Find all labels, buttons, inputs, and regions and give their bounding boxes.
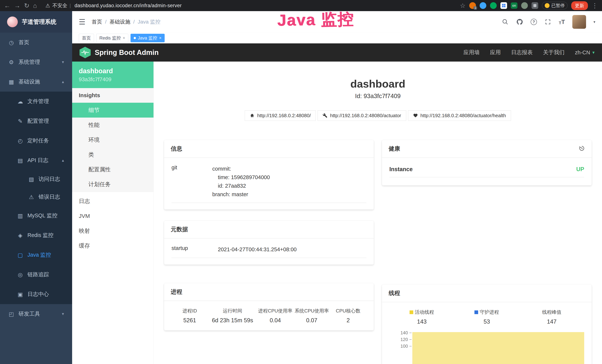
sba-logo-icon[interactable] bbox=[80, 47, 91, 58]
sidebar-item-redis-monitor[interactable]: ◈ Redis 监控 bbox=[0, 225, 72, 245]
threads-chart: 140 120 100 bbox=[389, 330, 584, 364]
sba-menu-metrics[interactable]: 性能 bbox=[72, 118, 153, 132]
sba-nav-applications[interactable]: 应用 bbox=[490, 49, 501, 56]
instance-id: 93a3fc7f7409 bbox=[79, 76, 147, 83]
mysql-icon: ▥ bbox=[17, 213, 24, 219]
sidebar-item-system[interactable]: ⚙ 系统管理 ▾ bbox=[0, 52, 72, 72]
sidebar-item-label: 链路追踪 bbox=[27, 271, 49, 278]
service-url-button[interactable]: http://192.168.0.2:48080/ bbox=[245, 110, 316, 121]
sidebar-item-label: MySQL 监控 bbox=[27, 212, 57, 219]
extension-icon-2[interactable] bbox=[480, 2, 486, 9]
page-subtitle: Id: 93a3fc7f7409 bbox=[154, 93, 602, 100]
daemon-threads-header: 守护进程 bbox=[480, 309, 499, 315]
grid-glyph bbox=[502, 3, 506, 8]
extension-icon-1[interactable]: 1 bbox=[469, 2, 476, 9]
extension-grid-icon[interactable] bbox=[500, 2, 507, 9]
sidebar-item-tracing[interactable]: ◎ 链路追踪 bbox=[0, 265, 72, 284]
fullscreen-icon[interactable] bbox=[544, 18, 551, 25]
redis-icon: ◈ bbox=[17, 232, 24, 239]
sba-menu-logs[interactable]: 日志 bbox=[72, 194, 153, 209]
dev-tools-icon: ◰ bbox=[8, 311, 15, 317]
tab-label: Redis 监控 bbox=[99, 35, 121, 41]
extensions-puzzle-icon[interactable] bbox=[532, 2, 538, 9]
actuator-url-button[interactable]: http://192.168.0.2:48080/actuator bbox=[318, 110, 406, 121]
sidebar-item-api-logs[interactable]: ▤ API 日志 ▴ bbox=[0, 150, 72, 170]
profile-avatar-icon bbox=[545, 3, 549, 8]
health-instance-row[interactable]: Instance UP bbox=[389, 166, 584, 177]
sidebar-item-label: Java 监控 bbox=[27, 251, 51, 259]
sba-menu-details[interactable]: 细节 bbox=[72, 103, 153, 118]
address-bar-url[interactable]: dashboard.yudao.iocoder.cn/infra/admin-s… bbox=[75, 3, 182, 9]
sba-menu-config-props[interactable]: 配置属性 bbox=[72, 162, 153, 177]
system-cpu-header: 系统CPU使用率 bbox=[293, 308, 330, 314]
daemon-threads-value: 53 bbox=[454, 318, 519, 325]
site-security-warning[interactable]: ⚠ 不安全 | bbox=[45, 2, 71, 9]
tab-home[interactable]: 首页 bbox=[79, 34, 94, 42]
extension-icon-3[interactable] bbox=[490, 2, 497, 9]
browser-home-icon[interactable]: ⌂ bbox=[33, 2, 37, 9]
sba-menu-jvm[interactable]: JVM bbox=[72, 209, 153, 224]
search-icon[interactable] bbox=[502, 18, 509, 25]
bookmark-star-icon[interactable]: ☆ bbox=[460, 2, 465, 9]
sba-menu-classes[interactable]: 类 bbox=[72, 147, 153, 162]
active-threads-value: 143 bbox=[389, 318, 454, 325]
sba-menu-caches[interactable]: 缓存 bbox=[72, 238, 153, 253]
history-icon[interactable] bbox=[579, 145, 585, 152]
avatar-caret-icon[interactable]: ▾ bbox=[593, 20, 595, 24]
app-logo[interactable]: 芋道管理系统 bbox=[0, 11, 72, 33]
threads-card-title: 线程 bbox=[389, 289, 400, 297]
sidebar-item-error-logs[interactable]: ⚠ 错误日志 bbox=[0, 188, 72, 206]
font-size-icon[interactable]: TT bbox=[559, 19, 565, 25]
sidebar-item-infrastructure[interactable]: ▦ 基础设施 ▴ bbox=[0, 72, 72, 92]
process-card: 进程 进程ID 5261 运行时间 bbox=[164, 283, 374, 331]
browser-update-button[interactable]: 更新 bbox=[571, 1, 588, 10]
profile-paused-badge[interactable]: 已暂停 bbox=[542, 2, 568, 9]
sba-language-select[interactable]: zh-CN ▾ bbox=[575, 50, 595, 56]
error-log-icon: ⚠ bbox=[28, 194, 35, 200]
browser-reload-icon[interactable]: ↻ bbox=[24, 2, 30, 9]
sba-nav-about[interactable]: 关于我们 bbox=[543, 49, 565, 56]
hamburger-icon[interactable]: ☰ bbox=[79, 18, 86, 26]
sba-brand-title[interactable]: Spring Boot Admin bbox=[95, 49, 159, 57]
help-icon[interactable]: ? bbox=[531, 19, 537, 25]
github-icon[interactable] bbox=[516, 18, 523, 25]
sba-nav-wallboard[interactable]: 应用墙 bbox=[463, 49, 480, 56]
breadcrumb-infrastructure[interactable]: 基础设施 bbox=[109, 18, 130, 25]
sidebar-item-access-logs[interactable]: ▧ 访问日志 bbox=[0, 170, 72, 188]
sidebar-item-mysql-monitor[interactable]: ▥ MySQL 监控 bbox=[0, 206, 72, 225]
extension-on-toggle[interactable]: on bbox=[511, 2, 517, 9]
sba-menu-environment[interactable]: 环境 bbox=[72, 132, 153, 147]
process-card-title: 进程 bbox=[171, 288, 182, 296]
sidebar-item-config-management[interactable]: ✎ 配置管理 bbox=[0, 111, 72, 131]
sba-nav-journal[interactable]: 日志报表 bbox=[511, 49, 533, 56]
sba-navbar: Spring Boot Admin 应用墙 应用 日志报表 关于我们 zh-CN… bbox=[72, 43, 602, 62]
ytick-100: 100 bbox=[400, 344, 412, 349]
tab-redis-monitor[interactable]: Redis 监控 × bbox=[96, 34, 128, 42]
browser-back-icon[interactable]: ← bbox=[4, 2, 10, 9]
sba-menu-mappings[interactable]: 映射 bbox=[72, 224, 153, 238]
sidebar-item-home[interactable]: ◷ 首页 bbox=[0, 33, 72, 52]
close-icon[interactable]: × bbox=[123, 36, 125, 40]
tab-java-monitor[interactable]: Java 监控 × bbox=[130, 34, 165, 42]
sidebar-item-log-center[interactable]: ▣ 日志中心 bbox=[0, 284, 72, 304]
system-cpu-value: 0.07 bbox=[293, 317, 330, 324]
trace-icon: ◎ bbox=[17, 271, 24, 278]
sidebar-item-scheduled-jobs[interactable]: ◴ 定时任务 bbox=[0, 131, 72, 150]
sidebar-item-file-management[interactable]: ☁ 文件管理 bbox=[0, 92, 72, 111]
sidebar-item-dev-tools[interactable]: ◰ 研发工具 ▾ bbox=[0, 304, 72, 324]
chevron-up-icon: ▴ bbox=[62, 158, 64, 163]
sidebar-item-java-monitor[interactable]: ▢ Java 监控 bbox=[0, 245, 72, 265]
info-value: commit: time: 1596289704000 id: 27aa832 … bbox=[212, 164, 366, 199]
sba-menu-scheduled-tasks[interactable]: 计划任务 bbox=[72, 177, 153, 192]
extension-icon-4[interactable] bbox=[521, 2, 528, 9]
health-url-button[interactable]: http://192.168.0.2:48080/actuator/health bbox=[408, 110, 511, 121]
user-avatar[interactable] bbox=[572, 15, 586, 29]
browser-forward-icon[interactable]: → bbox=[14, 2, 20, 9]
close-icon[interactable]: × bbox=[159, 36, 161, 40]
breadcrumb-home[interactable]: 首页 bbox=[92, 18, 102, 25]
cpu-cores-header: CPU核心数 bbox=[330, 308, 366, 314]
browser-menu-kebab-icon[interactable]: ⋮ bbox=[592, 2, 598, 9]
cloud-file-icon: ☁ bbox=[17, 98, 24, 105]
instance-header[interactable]: dashboard 93a3fc7f7409 bbox=[72, 62, 153, 88]
process-cpu-value: 0.04 bbox=[257, 317, 293, 324]
